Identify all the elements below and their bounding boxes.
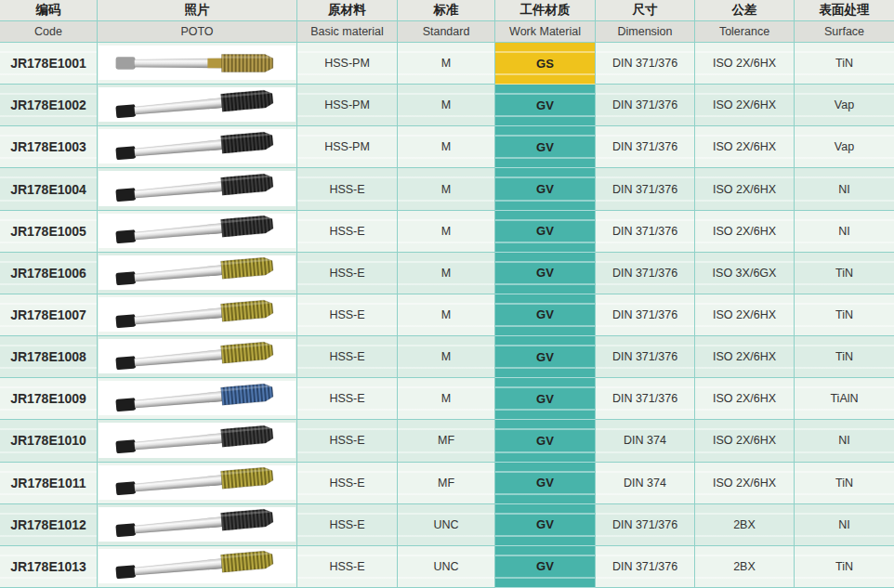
basic-material-cell: HSS-E [297,168,398,210]
tolerance-cell: ISO 2X/6HX [695,211,795,253]
basic-material-cell: HSS-E [297,546,398,588]
photo-cell [98,504,297,546]
tap-photo-icon [108,339,286,374]
tap-photo-group [116,54,273,72]
tap-square [115,481,136,495]
tap-photo-icon [108,129,286,164]
standard-cell: M [398,168,495,210]
tap-photo-group [115,341,273,372]
basic-material-cell: HSS-E [297,420,398,462]
photo-frame [99,87,296,122]
tap-photo-group [115,299,273,331]
dimension-cell: DIN 371/376 [596,253,695,294]
work-material-cell: GV [495,126,596,168]
code-cell: JR178E1009 [0,378,98,420]
header-dimension-zh: 尺寸 [596,0,695,21]
dimension-cell: DIN 371/376 [596,378,695,420]
header-surface-zh: 表面处理 [795,0,894,21]
surface-cell: TiN [795,336,894,378]
work-material-cell: GV [495,463,596,504]
photo-frame [99,46,296,80]
dimension-cell: DIN 371/376 [596,294,695,336]
tap-square [115,146,136,160]
tap-square [115,398,136,412]
photo-frame [99,297,296,332]
header-standard-zh: 标准 [398,0,495,21]
tap-photo-icon [108,87,286,123]
dimension-cell: DIN 371/376 [596,546,695,588]
tap-square [115,188,136,202]
tap-photo-group [115,383,273,414]
header-tolerance-en: Tolerance [695,21,795,43]
tap-photo-group [115,89,273,121]
photo-cell [98,85,297,126]
standard-cell: M [398,126,495,168]
tolerance-cell: ISO 2X/6HX [695,126,795,168]
tap-photo-group [115,131,273,163]
tolerance-cell: ISO 2X/6HX [695,294,795,336]
standard-cell: M [398,378,495,420]
tap-square [115,314,136,328]
header-basic-material-en: Basic material [297,21,398,43]
code-cell: JR178E1001 [0,43,98,85]
code-cell: JR178E1007 [0,294,98,336]
code-cell: JR178E1013 [0,546,98,588]
photo-cell [98,336,297,378]
tap-square [115,272,136,286]
tolerance-cell: 2BX [695,546,795,588]
photo-cell [98,420,297,462]
tap-photo-group [115,509,273,541]
tolerance-cell: ISO 2X/6HX [695,85,795,126]
work-material-cell: GV [495,378,596,420]
tap-square [115,104,136,118]
dimension-cell: DIN 374 [596,420,695,462]
work-material-cell: GV [495,211,596,253]
photo-cell [98,253,297,294]
header-surface-en: Surface [795,21,894,43]
surface-cell: Vap [795,85,894,126]
tap-square [115,229,136,243]
photo-cell [98,126,297,168]
tap-square [116,57,136,69]
tolerance-cell: ISO 2X/6HX [695,43,795,85]
photo-frame [99,255,296,290]
surface-cell: NI [795,168,894,210]
tolerance-cell: ISO 2X/6HX [695,378,795,420]
tap-square [115,523,136,537]
photo-frame [99,423,296,457]
work-material-cell: GV [495,168,596,210]
tap-neck [207,58,223,67]
photo-cell [98,168,297,210]
tap-photo-icon [108,213,286,248]
dimension-cell: DIN 371/376 [596,336,695,378]
header-code-zh: 编码 [0,0,98,21]
standard-cell: M [398,43,495,85]
tolerance-cell: ISO 2X/6HX [695,168,795,210]
work-material-cell: GV [495,253,596,294]
surface-cell: TiN [795,253,894,294]
tap-photo-icon [108,255,286,290]
code-cell: JR178E1004 [0,168,98,210]
code-cell: JR178E1005 [0,211,98,253]
tap-photo-icon [108,548,286,583]
photo-cell [98,378,297,420]
standard-cell: UNC [398,546,495,588]
tap-photo-icon [108,297,286,333]
surface-cell: NI [795,420,894,462]
dimension-cell: DIN 371/376 [596,43,695,85]
header-work-material-en: Work Material [495,21,596,43]
photo-cell [98,546,297,588]
work-material-cell: GV [495,546,596,588]
surface-cell: NI [795,211,894,253]
basic-material-cell: HSS-E [297,253,398,294]
work-material-cell: GV [495,420,596,462]
tap-photo-group [115,173,273,204]
photo-cell [98,43,297,85]
tap-photo-icon [108,46,286,81]
dimension-cell: DIN 371/376 [596,168,695,210]
surface-cell: TiAlN [795,378,894,420]
photo-frame [99,381,296,415]
standard-cell: MF [398,463,495,504]
surface-cell: Vap [795,126,894,168]
standard-cell: M [398,85,495,126]
